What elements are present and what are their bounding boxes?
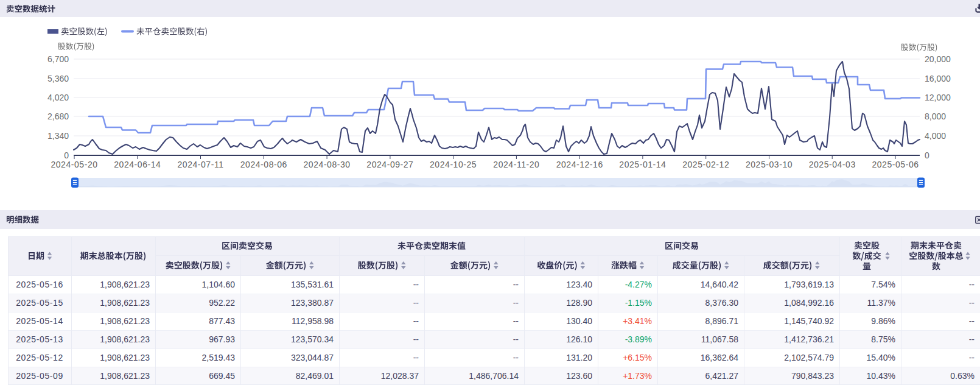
svg-text:2024-08-06: 2024-08-06: [240, 160, 287, 169]
svg-text:1,340: 1,340: [47, 131, 69, 141]
svg-text:2025-05-06: 2025-05-06: [872, 160, 919, 169]
svg-text:2025-02-12: 2025-02-12: [682, 160, 729, 169]
svg-text:2025-03-10: 2025-03-10: [746, 160, 793, 169]
svg-text:8,000: 8,000: [925, 111, 946, 121]
svg-text:16,000: 16,000: [925, 74, 951, 83]
svg-text:0: 0: [925, 150, 929, 160]
svg-text:0: 0: [64, 150, 69, 160]
svg-text:2,680: 2,680: [47, 111, 69, 121]
svg-text:2024-12-16: 2024-12-16: [556, 160, 603, 169]
svg-text:2024-06-14: 2024-06-14: [114, 160, 161, 169]
svg-text:2024-07-11: 2024-07-11: [177, 160, 223, 169]
svg-text:2025-01-14: 2025-01-14: [619, 160, 666, 169]
svg-text:4,020: 4,020: [47, 93, 69, 102]
svg-text:12,000: 12,000: [925, 93, 951, 102]
svg-text:2024-09-27: 2024-09-27: [366, 160, 413, 169]
svg-text:20,000: 20,000: [925, 54, 951, 64]
svg-text:2024-08-30: 2024-08-30: [304, 160, 351, 169]
svg-text:4,000: 4,000: [925, 131, 946, 141]
svg-text:2024-10-25: 2024-10-25: [430, 160, 477, 169]
svg-text:2024-11-20: 2024-11-20: [493, 160, 539, 169]
svg-text:5,360: 5,360: [47, 74, 69, 83]
svg-text:2025-04-03: 2025-04-03: [809, 160, 856, 169]
svg-text:6,700: 6,700: [47, 54, 69, 64]
svg-text:2024-05-20: 2024-05-20: [51, 160, 97, 169]
